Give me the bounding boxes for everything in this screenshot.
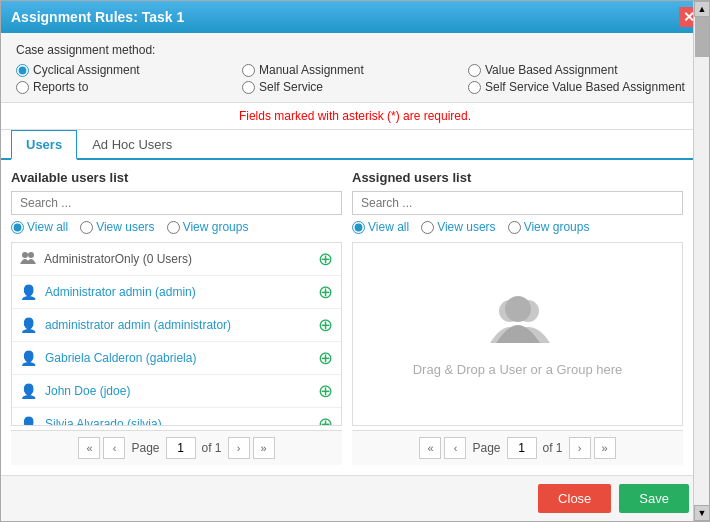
modal-header: Assignment Rules: Task 1 ✕ (1, 1, 709, 33)
assigned-users-panel: Assigned users list View all View users … (352, 170, 683, 465)
assign-view-groups-input[interactable] (508, 221, 521, 234)
page-first-button[interactable]: « (78, 437, 100, 459)
tabs-bar: Users Ad Hoc Users (1, 130, 709, 160)
tab-users[interactable]: Users (11, 130, 77, 160)
assign-view-all-input[interactable] (352, 221, 365, 234)
available-view-options: View all View users View groups (11, 220, 342, 234)
assigned-panel-title: Assigned users list (352, 170, 683, 185)
radio-cyclical-input[interactable] (16, 64, 29, 77)
available-user-list: AdministratorOnly (0 Users) ⊕ 👤 Administ… (11, 242, 342, 426)
page-next-button[interactable]: › (228, 437, 250, 459)
list-item: 👤 Gabriela Calderon (gabriela) ⊕ (12, 342, 341, 375)
list-item: 👤 administrator admin (administrator) ⊕ (12, 309, 341, 342)
available-search-input[interactable] (11, 191, 342, 215)
page-prev-button[interactable]: ‹ (103, 437, 125, 459)
radio-self-service-input[interactable] (242, 81, 255, 94)
page-number-input[interactable] (166, 437, 196, 459)
add-user-button[interactable]: ⊕ (318, 380, 333, 402)
radio-self-service-value-label: Self Service Value Based Assignment (485, 80, 685, 94)
required-note: Fields marked with asterisk (*) are requ… (1, 103, 709, 130)
assign-of-label: of 1 (543, 441, 563, 455)
assign-page-prev-button[interactable]: ‹ (444, 437, 466, 459)
radio-self-service-value: Self Service Value Based Assignment (468, 80, 694, 94)
avail-view-users[interactable]: View users (80, 220, 154, 234)
modal-body: ▲ ▼ Case assignment method: Cyclical Ass… (1, 33, 709, 475)
add-user-button[interactable]: ⊕ (318, 314, 333, 336)
lists-area: Available users list View all View users… (1, 160, 693, 475)
scroll-track (694, 33, 709, 475)
radio-reports-to-label: Reports to (33, 80, 88, 94)
assign-view-users-input[interactable] (421, 221, 434, 234)
avail-view-users-label: View users (96, 220, 154, 234)
modal-footer: Close Save (1, 475, 709, 521)
user-icon: 👤 (20, 317, 37, 333)
assigned-pagination: « ‹ Page of 1 › » (352, 430, 683, 465)
assignment-rules-modal: Assignment Rules: Task 1 ✕ ▲ ▼ Case assi… (0, 0, 710, 522)
avail-view-groups[interactable]: View groups (167, 220, 249, 234)
assign-page-label: Page (472, 441, 500, 455)
add-user-button[interactable]: ⊕ (318, 347, 333, 369)
avail-view-groups-label: View groups (183, 220, 249, 234)
assign-page-number-input[interactable] (507, 437, 537, 459)
scrollbar[interactable]: ▲ ▼ (693, 33, 709, 475)
group-icon (20, 250, 36, 268)
tab-adhoc-users[interactable]: Ad Hoc Users (77, 130, 187, 160)
user-name: AdministratorOnly (0 Users) (44, 252, 310, 266)
svg-point-4 (505, 296, 531, 322)
radio-cyclical-label: Cyclical Assignment (33, 63, 140, 77)
page-last-button[interactable]: » (253, 437, 275, 459)
svg-point-0 (22, 252, 28, 258)
close-button[interactable]: Close (538, 484, 611, 513)
modal-title: Assignment Rules: Task 1 (11, 9, 184, 25)
assign-page-next-button[interactable]: › (569, 437, 591, 459)
list-item: 👤 John Doe (jdoe) ⊕ (12, 375, 341, 408)
list-item: AdministratorOnly (0 Users) ⊕ (12, 243, 341, 276)
user-name: administrator admin (administrator) (45, 318, 310, 332)
user-name: Administrator admin (admin) (45, 285, 310, 299)
assigned-search-input[interactable] (352, 191, 683, 215)
available-users-panel: Available users list View all View users… (11, 170, 342, 465)
radio-value-based-input[interactable] (468, 64, 481, 77)
user-name: John Doe (jdoe) (45, 384, 310, 398)
assignment-method-label: Case assignment method: (16, 43, 694, 57)
assigned-view-options: View all View users View groups (352, 220, 683, 234)
radio-self-service: Self Service (242, 80, 468, 94)
assign-page-last-button[interactable]: » (594, 437, 616, 459)
user-icon: 👤 (20, 383, 37, 399)
avail-view-all-input[interactable] (11, 221, 24, 234)
user-name: Silvia Alvarado (silvia) (45, 417, 310, 426)
scroll-thumb[interactable] (695, 33, 709, 57)
available-panel-title: Available users list (11, 170, 342, 185)
drop-zone[interactable]: Drag & Drop a User or a Group here (352, 242, 683, 426)
list-item: 👤 Silvia Alvarado (silvia) ⊕ (12, 408, 341, 426)
avail-view-all[interactable]: View all (11, 220, 68, 234)
add-user-button[interactable]: ⊕ (318, 413, 333, 426)
avail-view-all-label: View all (27, 220, 68, 234)
assign-view-all-label: View all (368, 220, 409, 234)
radio-reports-to: Reports to (16, 80, 242, 94)
radio-grid: Cyclical Assignment Manual Assignment Va… (16, 63, 694, 94)
assign-view-groups-label: View groups (524, 220, 590, 234)
user-icon: 👤 (20, 416, 37, 426)
list-item: 👤 Administrator admin (admin) ⊕ (12, 276, 341, 309)
radio-value-based: Value Based Assignment (468, 63, 694, 77)
radio-value-based-label: Value Based Assignment (485, 63, 618, 77)
avail-view-users-input[interactable] (80, 221, 93, 234)
radio-cyclical: Cyclical Assignment (16, 63, 242, 77)
assign-page-first-button[interactable]: « (419, 437, 441, 459)
assign-view-users-label: View users (437, 220, 495, 234)
svg-point-1 (28, 252, 34, 258)
assign-view-all[interactable]: View all (352, 220, 409, 234)
assign-view-users[interactable]: View users (421, 220, 495, 234)
radio-manual-input[interactable] (242, 64, 255, 77)
save-button[interactable]: Save (619, 484, 689, 513)
radio-reports-to-input[interactable] (16, 81, 29, 94)
radio-self-service-value-input[interactable] (468, 81, 481, 94)
avail-view-groups-input[interactable] (167, 221, 180, 234)
assign-view-groups[interactable]: View groups (508, 220, 590, 234)
add-user-button[interactable]: ⊕ (318, 248, 333, 270)
radio-manual-label: Manual Assignment (259, 63, 364, 77)
assignment-method-section: Case assignment method: Cyclical Assignm… (1, 33, 709, 103)
drop-icon (486, 291, 550, 354)
add-user-button[interactable]: ⊕ (318, 281, 333, 303)
